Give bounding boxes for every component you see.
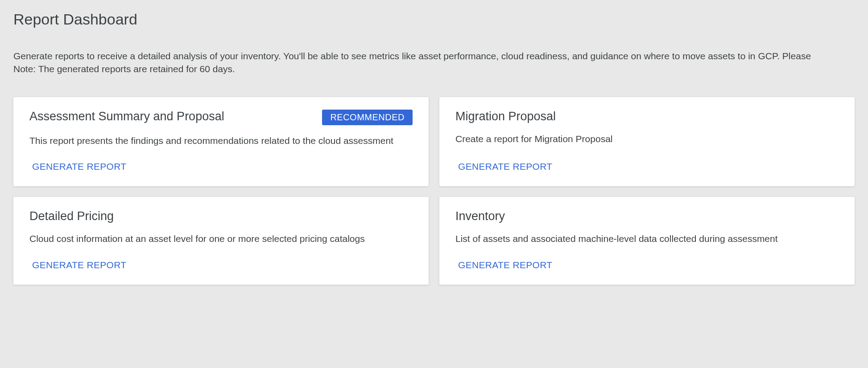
card-header: Detailed Pricing: [29, 209, 413, 223]
card-header: Inventory: [455, 209, 839, 223]
card-detailed-pricing: Detailed Pricing Cloud cost information …: [13, 197, 429, 284]
generate-report-button[interactable]: GENERATE REPORT: [32, 258, 413, 272]
recommended-badge: RECOMMENDED: [322, 110, 413, 125]
generate-report-button[interactable]: GENERATE REPORT: [32, 159, 413, 174]
card-description: Create a report for Migration Proposal: [455, 132, 839, 147]
card-title: Detailed Pricing: [29, 209, 114, 223]
card-header: Migration Proposal: [455, 110, 839, 123]
card-header: Assessment Summary and Proposal RECOMMEN…: [29, 110, 413, 125]
page-title: Report Dashboard: [13, 11, 855, 28]
card-migration-proposal: Migration Proposal Create a report for M…: [439, 97, 855, 186]
generate-report-button[interactable]: GENERATE REPORT: [458, 258, 839, 272]
card-inventory: Inventory List of assets and associated …: [439, 197, 855, 284]
card-description: List of assets and associated machine-le…: [455, 232, 839, 245]
card-description: Cloud cost information at an asset level…: [29, 232, 413, 245]
card-title: Inventory: [455, 209, 505, 223]
card-title: Migration Proposal: [455, 110, 556, 123]
card-title: Assessment Summary and Proposal: [29, 110, 224, 123]
card-assessment-summary: Assessment Summary and Proposal RECOMMEN…: [13, 97, 429, 186]
page-description: Generate reports to receive a detailed a…: [13, 49, 816, 76]
generate-report-button[interactable]: GENERATE REPORT: [458, 159, 839, 174]
card-description: This report presents the findings and re…: [29, 134, 413, 147]
cards-grid: Assessment Summary and Proposal RECOMMEN…: [13, 97, 855, 285]
